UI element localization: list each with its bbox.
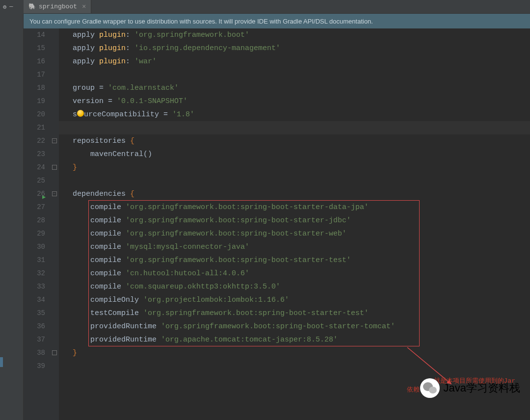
fold-marker[interactable] — [52, 165, 57, 170]
fold-marker[interactable] — [52, 350, 57, 355]
close-icon[interactable]: × — [82, 3, 86, 11]
line-number: 30 — [24, 240, 45, 254]
code-area[interactable]: apply plugin: 'org.springframework.boot'… — [59, 28, 530, 420]
window-controls: ⚙ — — [0, 0, 24, 14]
code-line[interactable]: } — [59, 161, 530, 174]
run-gutter-icon[interactable]: ▶ — [42, 191, 46, 204]
gradle-icon: 🐘 — [28, 3, 36, 10]
line-number: 34 — [24, 293, 45, 307]
code-line[interactable]: group = 'com.learnstack' — [59, 81, 530, 95]
line-number: 24 — [24, 161, 45, 174]
tab-label: springboot — [39, 3, 77, 10]
left-rail — [0, 14, 24, 420]
tab-bar: 🐘 springboot × — [24, 0, 530, 14]
notification-bar[interactable]: You can configure Gradle wrapper to use … — [24, 14, 530, 28]
code-line[interactable] — [59, 360, 530, 373]
line-number: 28 — [24, 214, 45, 227]
code-line[interactable] — [59, 68, 530, 81]
code-line[interactable]: repositories { — [59, 134, 530, 148]
code-line[interactable]: dependencies { — [59, 187, 530, 201]
watermark: Java学习资料栈 — [420, 378, 520, 398]
line-number: 39 — [24, 360, 45, 373]
fold-marker[interactable]: − — [52, 138, 57, 143]
editor[interactable]: 14151617181920212223242526▶2728293031323… — [24, 28, 530, 420]
code-line[interactable] — [59, 174, 530, 187]
code-line[interactable]: providedRuntime 'org.springframework.boo… — [59, 320, 530, 333]
line-number: 32 — [24, 267, 45, 280]
line-number: 31 — [24, 254, 45, 267]
line-number: 36 — [24, 320, 45, 333]
line-number: 19 — [24, 95, 45, 108]
fold-marker[interactable]: − — [52, 191, 57, 196]
line-number: 23 — [24, 148, 45, 161]
code-line[interactable]: compile 'com.squareup.okhttp3:okhttp:3.5… — [59, 280, 530, 293]
line-number: 37 — [24, 333, 45, 346]
code-line[interactable]: } — [59, 346, 530, 360]
code-line[interactable]: apply plugin: 'org.springframework.boot' — [59, 28, 530, 42]
line-number: 14 — [24, 28, 45, 42]
annotation-text-2: 依赖 — [407, 386, 420, 394]
line-number: 15 — [24, 42, 45, 55]
line-number: 18 — [24, 81, 45, 95]
line-number: 38 — [24, 346, 45, 360]
code-line[interactable] — [59, 121, 530, 134]
watermark-text: Java学习资料栈 — [444, 381, 520, 395]
line-number: 21 — [24, 121, 45, 134]
code-line[interactable]: compile 'org.springframework.boot:spring… — [59, 214, 530, 227]
line-number: 25 — [24, 174, 45, 187]
code-line[interactable]: surceCompatibility = '1.8' — [59, 108, 530, 121]
code-line[interactable]: providedRuntime 'org.apache.tomcat:tomca… — [59, 333, 530, 346]
code-line[interactable]: compile 'org.springframework.boot:spring… — [59, 227, 530, 240]
code-line[interactable]: mavenCentral() — [59, 148, 530, 161]
wechat-icon — [420, 378, 440, 398]
line-number: 17 — [24, 68, 45, 81]
code-line[interactable]: compile 'cn.hutool:hutool-all:4.0.6' — [59, 267, 530, 280]
code-line[interactable]: compileOnly 'org.projectlombok:lombok:1.… — [59, 293, 530, 307]
code-line[interactable]: compile 'org.springframework.boot:spring… — [59, 201, 530, 214]
notification-text: You can configure Gradle wrapper to use … — [29, 18, 373, 25]
code-line[interactable]: apply plugin: 'war' — [59, 55, 530, 68]
line-number: 35 — [24, 307, 45, 320]
intention-bulb-icon[interactable] — [77, 110, 84, 117]
line-number: 33 — [24, 280, 45, 293]
line-number: 20 — [24, 108, 45, 121]
tab-springboot[interactable]: 🐘 springboot × — [24, 0, 91, 13]
code-line[interactable]: apply plugin: 'io.spring.dependency-mana… — [59, 42, 530, 55]
gear-icon[interactable]: ⚙ — [3, 3, 6, 11]
line-number: 16 — [24, 55, 45, 68]
code-line[interactable]: testCompile 'org.springframework.boot:sp… — [59, 307, 530, 320]
rail-marker — [0, 357, 3, 367]
minimize-icon[interactable]: — — [9, 3, 13, 10]
code-line[interactable]: compile 'org.springframework.boot:spring… — [59, 254, 530, 267]
line-number: 29 — [24, 227, 45, 240]
line-number: 22 — [24, 134, 45, 148]
code-line[interactable]: compile 'mysql:mysql-connector-java' — [59, 240, 530, 254]
fold-column: −− — [52, 28, 59, 420]
code-line[interactable]: version = '0.0.1-SNAPSHOT' — [59, 95, 530, 108]
line-gutter: 14151617181920212223242526▶2728293031323… — [24, 28, 52, 420]
